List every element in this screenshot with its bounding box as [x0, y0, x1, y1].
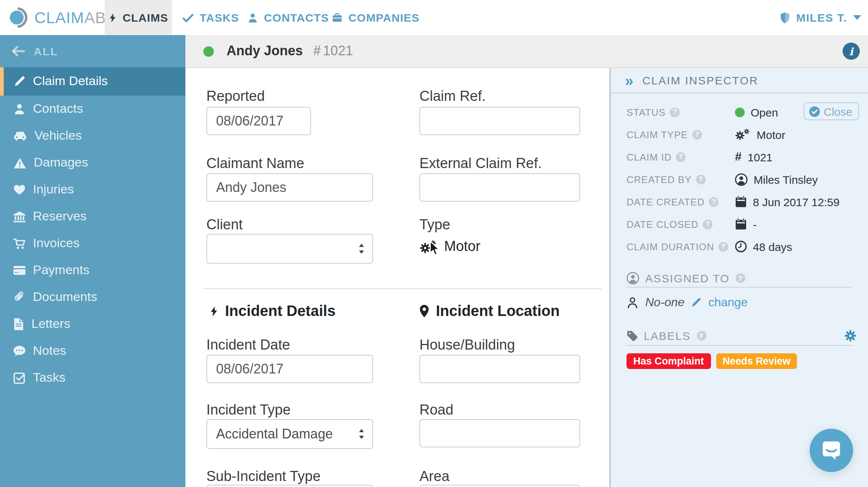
- sidebar-item-invoices[interactable]: Invoices: [0, 230, 185, 257]
- close-claim-button[interactable]: Close: [803, 102, 859, 120]
- sidebar-item-label: Payments: [33, 263, 89, 278]
- collapse-chevrons-icon[interactable]: »: [625, 73, 633, 88]
- sidebar-item-label: Notes: [33, 344, 66, 359]
- date-closed-value: -: [735, 218, 757, 230]
- help-icon[interactable]: ?: [696, 331, 706, 341]
- house-building-label: House/Building: [419, 337, 515, 353]
- incident-type-label: Incident Type: [206, 402, 290, 418]
- sub-incident-type-label: Sub-Incident Type: [206, 468, 321, 485]
- warning-triangle-icon: [13, 157, 26, 168]
- heart-icon: [13, 184, 25, 195]
- tab-claims-label: CLAIMS: [123, 11, 168, 24]
- date-closed-row: DATE CLOSED ? -: [627, 213, 859, 235]
- gear-icon[interactable]: [844, 329, 857, 342]
- claimant-name-input[interactable]: [206, 173, 373, 202]
- tab-claims[interactable]: CLAIMS: [105, 0, 172, 35]
- claim-id-label-text: CLAIM ID: [627, 151, 672, 162]
- tab-contacts[interactable]: CONTACTS: [247, 0, 329, 35]
- speech-bubble-icon: [13, 346, 25, 356]
- change-assignee-link[interactable]: change: [708, 296, 748, 309]
- road-input[interactable]: [419, 419, 580, 447]
- section-divider: [203, 288, 602, 289]
- claim-id-value-text: 1021: [748, 151, 773, 163]
- sidebar-item-label: Reserves: [33, 209, 87, 224]
- help-icon[interactable]: ?: [696, 174, 706, 184]
- label-has-complaint[interactable]: Has Complaint: [627, 353, 711, 369]
- incident-type-select[interactable]: Accidental Damage: [206, 419, 373, 449]
- map-pin-icon: [419, 305, 429, 317]
- sidebar-item-reserves[interactable]: Reserves: [0, 203, 185, 230]
- sidebar-item-vehicles[interactable]: Vehicles: [0, 122, 185, 149]
- reported-input[interactable]: [206, 107, 311, 135]
- sidebar-item-notes[interactable]: Notes: [0, 338, 185, 365]
- help-icon[interactable]: ?: [719, 242, 729, 251]
- assigned-to-value: No-one: [645, 296, 684, 309]
- tab-companies-label: COMPANIES: [348, 11, 419, 24]
- calendar-icon: [735, 218, 747, 230]
- help-icon[interactable]: ?: [676, 152, 686, 162]
- tab-companies[interactable]: COMPANIES: [332, 0, 419, 35]
- sidebar-item-label: Injuries: [33, 182, 74, 197]
- sidebar-item-payments[interactable]: Payments: [0, 257, 185, 284]
- sidebar-item-claim-details[interactable]: Claim Details: [0, 67, 185, 96]
- created-by-label: CREATED BY ?: [627, 174, 735, 185]
- sidebar-item-documents[interactable]: Documents: [0, 284, 185, 311]
- date-closed-value-text: -: [753, 218, 757, 230]
- incident-details-title: Incident Details: [225, 303, 336, 320]
- sub-incident-type-input[interactable]: [206, 485, 373, 487]
- user-menu[interactable]: MILES T.: [780, 0, 861, 35]
- hash-icon: #: [313, 43, 321, 59]
- external-claim-ref-input[interactable]: [419, 173, 580, 202]
- divider: [627, 287, 852, 288]
- claim-type-row: CLAIM TYPE ? Motor: [627, 123, 859, 146]
- car-icon: [13, 131, 27, 141]
- client-select[interactable]: [206, 234, 373, 264]
- close-button-label: Close: [824, 105, 852, 118]
- claim-duration-label: CLAIM DURATION ?: [627, 241, 735, 252]
- info-icon[interactable]: i: [843, 43, 860, 60]
- label-needs-review[interactable]: Needs Review: [716, 353, 797, 369]
- sidebar-item-label: Damages: [34, 155, 88, 170]
- sidebar: ALL Claim Details Contacts Vehicles Dama…: [0, 35, 185, 487]
- select-arrows-icon: [358, 244, 365, 254]
- sidebar-item-letters[interactable]: Letters: [0, 311, 185, 338]
- chat-smile-icon: [819, 438, 843, 462]
- credit-card-icon: [13, 266, 25, 275]
- cart-icon: [13, 238, 25, 249]
- date-created-value: 8 Jun 2017 12:59: [735, 195, 840, 208]
- sidebar-back-all[interactable]: ALL: [0, 35, 185, 67]
- person-circle-icon: [735, 173, 748, 186]
- help-icon[interactable]: ?: [709, 197, 719, 207]
- incident-date-label: Incident Date: [206, 337, 290, 353]
- check-icon: [182, 13, 194, 22]
- claim-ref-input[interactable]: [419, 107, 580, 135]
- sidebar-item-tasks[interactable]: Tasks: [0, 365, 185, 391]
- sidebar-item-label: Documents: [33, 290, 97, 305]
- incident-date-input[interactable]: [206, 355, 373, 383]
- help-icon[interactable]: ?: [692, 130, 702, 139]
- chevron-down-icon: [853, 15, 861, 20]
- claim-type-value: Motor: [735, 128, 785, 141]
- help-icon[interactable]: ?: [670, 107, 680, 117]
- chat-widget-button[interactable]: [810, 429, 853, 472]
- claim-id-label: CLAIM ID ?: [627, 151, 735, 162]
- claimable-logo-icon: [7, 7, 29, 28]
- area-input[interactable]: [419, 485, 580, 487]
- claimant-name-label: Claimant Name: [206, 155, 304, 172]
- sidebar-item-label: Vehicles: [34, 128, 82, 143]
- sidebar-item-contacts[interactable]: Contacts: [0, 96, 185, 122]
- bank-icon: [13, 211, 25, 222]
- created-by-label-text: CREATED BY: [627, 174, 692, 185]
- type-label: Type: [419, 217, 450, 233]
- incident-details-heading: Incident Details: [209, 303, 336, 320]
- claim-details-form: Reported Claim Ref. Claimant Name Extern…: [185, 68, 609, 487]
- shield-icon: [780, 12, 790, 24]
- tab-tasks[interactable]: TASKS: [182, 0, 239, 35]
- sidebar-item-damages[interactable]: Damages: [0, 149, 185, 176]
- claim-type-value-text: Motor: [757, 128, 785, 141]
- house-building-input[interactable]: [419, 355, 580, 383]
- help-icon[interactable]: ?: [703, 219, 713, 229]
- check-circle-icon: [809, 106, 820, 117]
- sidebar-item-injuries[interactable]: Injuries: [0, 176, 185, 203]
- help-icon[interactable]: ?: [736, 273, 745, 283]
